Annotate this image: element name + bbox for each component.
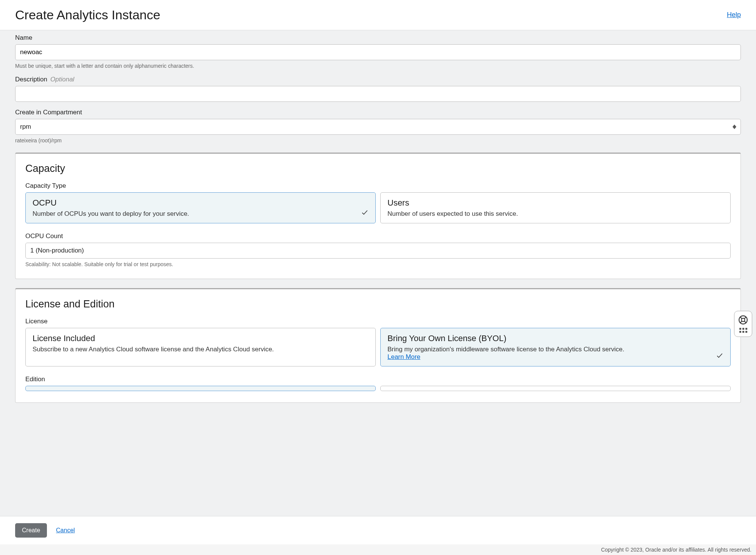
create-button[interactable]: Create [15, 523, 47, 538]
svg-line-2 [740, 317, 742, 319]
grid-icon [739, 328, 747, 333]
ocpu-count-helper: Scalability: Not scalable. Suitable only… [25, 261, 731, 267]
compartment-field-group: Create in Compartment rpm rateixeira (ro… [15, 109, 741, 143]
check-icon [716, 352, 723, 361]
ocpu-count-select[interactable]: 1 (Non-production) [25, 243, 731, 259]
lifebuoy-icon [738, 315, 748, 325]
learn-more-link[interactable]: Learn More [387, 353, 420, 360]
ocpu-title: OCPU [33, 198, 369, 208]
svg-line-4 [740, 321, 742, 323]
license-byol-title: Bring Your Own License (BYOL) [387, 334, 723, 343]
license-byol-desc: Bring my organization's middleware softw… [387, 346, 723, 353]
license-included-desc: Subscribe to a new Analytics Cloud softw… [33, 346, 369, 353]
compartment-path: rateixeira (root)/rpm [15, 137, 741, 143]
capacity-type-users[interactable]: Users Number of users expected to use th… [380, 192, 731, 223]
copyright-text: Copyright © 2023, Oracle and/or its affi… [0, 544, 756, 555]
license-title: License and Edition [25, 298, 731, 310]
description-label: Description Optional [15, 76, 741, 83]
help-widget[interactable] [734, 311, 752, 337]
capacity-title: Capacity [25, 163, 731, 175]
name-label: Name [15, 34, 741, 42]
license-label: License [25, 318, 731, 325]
edition-option-b[interactable] [380, 386, 731, 391]
compartment-select[interactable]: rpm [15, 119, 741, 135]
description-optional: Optional [50, 76, 74, 83]
name-field-group: Name Must be unique, start with a letter… [15, 34, 741, 69]
users-desc: Number of users expected to use this ser… [387, 210, 723, 218]
edition-label: Edition [25, 376, 731, 383]
cancel-button[interactable]: Cancel [56, 527, 75, 534]
capacity-panel: Capacity Capacity Type OCPU Number of OC… [15, 153, 741, 279]
users-title: Users [387, 198, 723, 208]
description-input[interactable] [15, 86, 741, 102]
check-icon [361, 209, 369, 218]
license-included-option[interactable]: License Included Subscribe to a new Anal… [25, 328, 376, 366]
svg-line-3 [744, 317, 746, 319]
license-panel: License and Edition License License Incl… [15, 288, 741, 403]
license-included-title: License Included [33, 334, 369, 343]
license-byol-option[interactable]: Bring Your Own License (BYOL) Bring my o… [380, 328, 731, 366]
capacity-type-label: Capacity Type [25, 182, 731, 190]
page-title: Create Analytics Instance [15, 8, 160, 22]
description-label-text: Description [15, 76, 47, 83]
capacity-type-ocpu[interactable]: OCPU Number of OCPUs you want to deploy … [25, 192, 376, 223]
compartment-label: Create in Compartment [15, 109, 741, 116]
help-link[interactable]: Help [727, 11, 741, 19]
ocpu-count-label: OCPU Count [25, 232, 731, 240]
footer-bar: Create Cancel [0, 516, 756, 544]
edition-option-a[interactable] [25, 386, 376, 391]
name-helper: Must be unique, start with a letter and … [15, 63, 741, 69]
page-header: Create Analytics Instance Help [0, 0, 756, 30]
svg-line-5 [744, 321, 746, 323]
ocpu-desc: Number of OCPUs you want to deploy for y… [33, 210, 369, 218]
name-input[interactable] [15, 44, 741, 60]
description-field-group: Description Optional [15, 76, 741, 102]
svg-point-1 [742, 318, 745, 322]
